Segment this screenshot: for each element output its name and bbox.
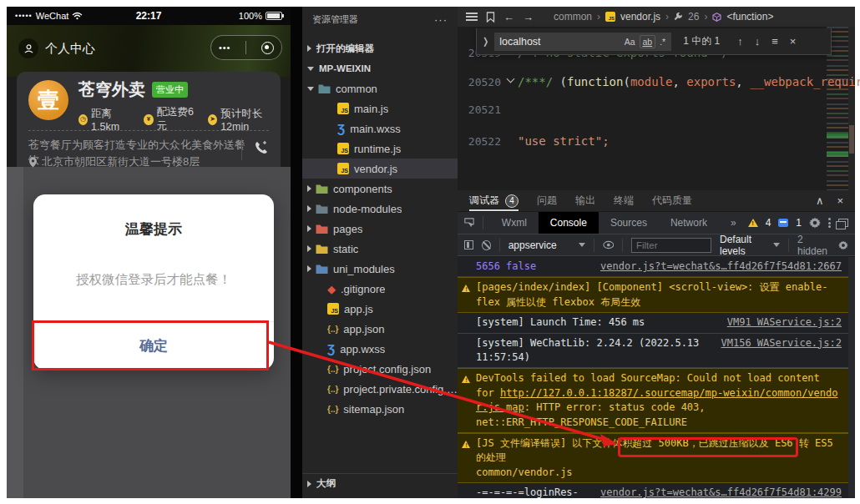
whole-word-button[interactable]: ab — [640, 35, 656, 48]
eye-icon[interactable] — [603, 240, 615, 249]
js-file-icon: JS — [337, 103, 349, 114]
tree-item-app.json[interactable]: {..}app.json — [302, 319, 458, 339]
match-count: 1 中的 1 — [683, 34, 720, 48]
menu-icon[interactable] — [466, 10, 478, 23]
tab-debugger[interactable]: 调试器 4 — [469, 190, 519, 211]
source-link[interactable]: VM156 WAService.js:2 — [721, 336, 842, 350]
navigate-icon: ➤ — [208, 114, 217, 125]
tree-item-sitemap.json[interactable]: {..}sitemap.json — [302, 399, 458, 419]
tree-item-vendor.js[interactable]: JSvendor.js — [302, 159, 458, 179]
bookmark-icon[interactable] — [486, 12, 495, 23]
folder-icon — [318, 83, 331, 94]
more-actions-button[interactable]: ··· — [434, 13, 448, 26]
tree-item-main.wxss[interactable]: Ʒmain.wxss — [302, 118, 458, 139]
more-dots-button[interactable]: ••• — [219, 43, 231, 53]
code-line-20522[interactable]: 20522"use strict"; — [458, 132, 855, 150]
tree-item-label: project.private.config.js.. — [343, 383, 458, 396]
tree-item-pages[interactable]: pages — [302, 219, 458, 239]
section-outline[interactable]: 大纲 — [302, 473, 458, 493]
signal-dots-icon: ••••• — [15, 12, 33, 20]
collapse-panel-button[interactable]: ∧ — [816, 194, 824, 207]
shop-info-row: ◷距离1.5km ¥配送费6元 ➤预计时长12min — [78, 105, 281, 134]
regex-button[interactable]: .* — [657, 36, 668, 48]
delivery-fee-label: 配送费6元 — [157, 105, 198, 134]
tab-console[interactable]: Console — [539, 212, 599, 234]
gear-icon[interactable] — [809, 217, 821, 229]
console-sidebar-icon[interactable] — [464, 240, 473, 249]
tab-problems[interactable]: 问题 — [537, 190, 557, 211]
tab-overflow[interactable]: » — [719, 212, 748, 234]
console-log-row[interactable]: VM156 WAService.js:2[system] WeChatLib: … — [458, 334, 848, 369]
breadcrumb[interactable]: common › JS vendor.js › 26 › <function> — [554, 11, 773, 23]
chevron-down-icon — [307, 67, 314, 71]
tree-item-node-modules[interactable]: node-modules — [302, 199, 458, 219]
section-open-editors[interactable]: 打开的编辑器 — [302, 38, 458, 58]
tree-item-static[interactable]: static — [302, 239, 458, 259]
match-case-button[interactable]: Aa — [622, 36, 638, 48]
find-input[interactable] — [499, 36, 620, 48]
close-target-button[interactable] — [261, 42, 274, 54]
console-warning-row[interactable]: [pages/index/index] [Component] <scroll-… — [458, 277, 848, 313]
tree-item-project.config.json[interactable]: {..}project.config.json — [302, 359, 458, 379]
tree-item-runtime.js[interactable]: JSruntime.js — [302, 139, 458, 159]
tree-item-.gitignore[interactable]: ◆.gitignore — [302, 279, 458, 299]
back-icon[interactable]: ← — [503, 11, 514, 23]
shop-logo: 壹 — [28, 80, 68, 120]
json-file-icon: {..} — [327, 365, 338, 374]
vertical-divider — [241, 139, 242, 160]
forward-icon[interactable]: → — [523, 11, 534, 23]
code-line-20521[interactable]: 20521 — [458, 100, 855, 118]
undock-icon[interactable] — [838, 219, 848, 227]
shop-address: 北京市朝阳区新街大道一号楼8层 — [42, 154, 200, 169]
tree-item-label: .gitignore — [341, 283, 385, 295]
tab-wxml[interactable]: Wxml — [490, 212, 539, 234]
tree-item-common[interactable]: common — [302, 78, 458, 98]
call-phone-button[interactable] — [254, 140, 269, 159]
code-line-20520[interactable]: 20520/***/ (function(module, exports, __… — [458, 73, 855, 91]
tab-output[interactable]: 输出 — [575, 190, 595, 211]
console-text: [system] Launch Time: 456 ms — [476, 316, 645, 328]
kebab-menu-icon[interactable] — [828, 217, 831, 229]
capsule-menu: ••• — [210, 35, 282, 60]
tree-item-components[interactable]: components — [302, 179, 458, 199]
source-link[interactable]: vendor.js?t=wechat&s…ff4d26f7f54d81:2667 — [600, 260, 842, 274]
tab-sources[interactable]: Sources — [599, 212, 659, 234]
prev-match-button[interactable]: ↑ — [737, 35, 743, 48]
filter-input[interactable] — [631, 238, 711, 253]
console-log-row[interactable]: vendor.js?t=wechat&s…ff4d26f7f54d81:4299… — [458, 483, 848, 498]
console-output[interactable]: vendor.js?t=wechat&s…ff4d26f7f54d81:2667… — [458, 257, 848, 498]
issues-count[interactable]: 1 — [796, 217, 802, 229]
tree-item-label: vendor.js — [354, 163, 397, 175]
console-log-row[interactable]: VM91 WAService.js:2[system] Launch Time:… — [458, 313, 848, 333]
tab-network[interactable]: Network — [659, 212, 719, 234]
log-level-selector[interactable]: Default levels — [720, 234, 780, 257]
source-link[interactable]: VM91 WAService.js:2 — [727, 315, 842, 330]
tab-code-quality[interactable]: 代码质量 — [652, 190, 692, 211]
tree-item-app.wxss[interactable]: Ʒapp.wxss — [302, 339, 458, 359]
context-selector[interactable]: appservice — [508, 239, 585, 251]
folder-icon — [316, 264, 328, 275]
gear-icon[interactable] — [838, 239, 848, 251]
clear-console-icon[interactable] — [482, 240, 490, 250]
console-scrollbar[interactable] — [848, 257, 855, 498]
next-match-button[interactable]: ↓ — [755, 35, 761, 48]
tree-item-unimodules[interactable]: uni_modules — [302, 259, 458, 279]
warning-icon — [462, 438, 470, 452]
find-in-selection-button[interactable]: ≡ — [771, 35, 778, 48]
find-toggle-icon[interactable]: ❭ — [477, 36, 494, 47]
inspect-element-icon[interactable] — [464, 217, 474, 229]
tree-item-app.js[interactable]: JSapp.js — [302, 299, 458, 319]
profile-entry[interactable]: 个人中心 — [18, 38, 95, 58]
close-panel-button[interactable]: × — [837, 194, 843, 207]
warning-count[interactable]: 4 — [766, 217, 771, 229]
section-project-root[interactable]: MP-WEIXIN — [302, 58, 458, 78]
file-explorer: 资源管理器 ··· 打开的编辑器 MP-WEIXIN commonJSmain.… — [302, 7, 458, 498]
tree-item-main.js[interactable]: JSmain.js — [302, 98, 458, 118]
tree-item-label: components — [333, 183, 392, 195]
console-log-row[interactable]: vendor.js?t=wechat&s…ff4d26f7f54d81:2667… — [458, 257, 848, 277]
console-warning-row[interactable]: DevTools failed to load SourceMap: Could… — [458, 368, 848, 433]
close-find-button[interactable]: × — [790, 35, 797, 48]
tree-item-project.private.config.js..[interactable]: {..}project.private.config.js.. — [302, 379, 458, 399]
tab-terminal[interactable]: 终端 — [614, 190, 634, 211]
source-link[interactable]: vendor.js?t=wechat&s…ff4d26f7f54d81:4299 — [600, 486, 842, 498]
